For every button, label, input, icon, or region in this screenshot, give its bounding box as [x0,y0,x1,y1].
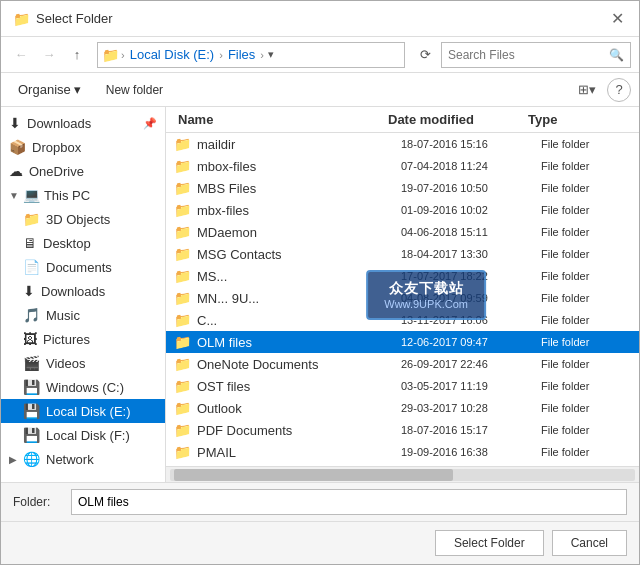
file-type: File folder [541,446,631,458]
folder-icon: 📁 [174,246,191,262]
file-name: MS... [197,269,401,284]
breadcrumb-dropdown-button[interactable]: ▾ [266,48,276,61]
organise-toolbar: Organise ▾ New folder ⊞ ▾ ? [1,73,639,107]
table-row[interactable]: 📁MSG Contacts18-04-2017 13:30File folder [166,243,639,265]
sidebar-item-3dobjects[interactable]: 📁 3D Objects [1,207,165,231]
cancel-button[interactable]: Cancel [552,530,627,556]
organise-button[interactable]: Organise ▾ [9,78,90,101]
table-row[interactable]: 📁PMAIL19-09-2016 16:38File folder [166,441,639,463]
file-pane: Name Date modified Type 📁maildir18-07-20… [166,107,639,482]
file-type: File folder [541,336,631,348]
folder-input[interactable] [71,489,627,515]
table-row[interactable]: 📁Outlook29-03-2017 10:28File folder [166,397,639,419]
sidebar-item-label: 3D Objects [46,212,110,227]
refresh-button[interactable]: ⟳ [413,43,437,67]
col-date-header[interactable]: Date modified [384,112,524,127]
folder-icon: 📁 [174,290,191,306]
folder-icon: 📁 [174,378,191,394]
expand-network-icon: ▶ [9,454,17,465]
back-button[interactable]: ← [9,43,33,67]
sidebar-item-label: Desktop [43,236,91,251]
h-scroll-thumb [174,469,453,481]
table-row[interactable]: 📁mbx-files01-09-2016 10:02File folder [166,199,639,221]
table-row[interactable]: 📁OneNote Documents26-09-2017 22:46File f… [166,353,639,375]
breadcrumb-locale[interactable]: Local Disk (E:) [127,47,218,62]
table-row[interactable]: 📁PDF Documents18-07-2016 15:17File folde… [166,419,639,441]
file-name: PMAIL [197,445,401,460]
view-button[interactable]: ⊞ ▾ [573,78,601,102]
folder-icon: 📁 [174,444,191,460]
sidebar-item-localf[interactable]: 💾 Local Disk (F:) [1,423,165,447]
forward-button[interactable]: → [37,43,61,67]
sidebar-item-label: Videos [46,356,86,371]
table-row[interactable]: 📁MDaemon04-06-2018 15:11File folder [166,221,639,243]
table-row[interactable]: 📁maildir18-07-2016 15:16File folder [166,133,639,155]
sidebar-item-label: Music [46,308,80,323]
file-date: 17-07-2017 18:22 [401,270,541,282]
search-input[interactable] [448,48,605,62]
sidebar-item-music[interactable]: 🎵 Music [1,303,165,327]
file-type: File folder [541,270,631,282]
new-folder-button[interactable]: New folder [98,80,171,100]
sidebar-item-desktop[interactable]: 🖥 Desktop [1,231,165,255]
file-date: 13-11-2017 16:06 [401,314,541,326]
sidebar-item-windowsc[interactable]: 💾 Windows (C:) [1,375,165,399]
locale-icon: 💾 [23,403,40,419]
file-name: MN... 9U... [197,291,401,306]
windowsc-icon: 💾 [23,379,40,395]
network-icon: 🌐 [23,451,40,467]
sidebar-item-label: Pictures [43,332,90,347]
folder-icon: 📁 [174,268,191,284]
select-folder-button[interactable]: Select Folder [435,530,544,556]
file-type: File folder [541,292,631,304]
breadcrumb-files[interactable]: Files [225,47,258,62]
file-date: 19-07-2016 10:50 [401,182,541,194]
folder-icon: 📁 [174,136,191,152]
sidebar-item-dropbox[interactable]: 📦 Dropbox [1,135,165,159]
close-button[interactable]: ✕ [607,9,627,29]
sidebar-item-label: Local Disk (F:) [46,428,130,443]
table-row[interactable]: 📁OST files03-05-2017 11:19File folder [166,375,639,397]
file-date: 18-04-2017 13:30 [401,248,541,260]
table-row[interactable]: 📁MS...17-07-2017 18:22File folder [166,265,639,287]
music-icon: 🎵 [23,307,40,323]
folder-icon: 📁 [174,202,191,218]
sidebar-item-downloads-quick[interactable]: ⬇ Downloads 📌 [1,111,165,135]
file-type: File folder [541,314,631,326]
sidebar-item-onedrive[interactable]: ☁ OneDrive [1,159,165,183]
col-type-header[interactable]: Type [524,112,614,127]
sidebar-item-label: This PC [44,188,90,203]
table-row[interactable]: 📁C...13-11-2017 16:06File folder [166,309,639,331]
sidebar-item-videos[interactable]: 🎬 Videos [1,351,165,375]
h-scrollbar[interactable] [170,469,635,481]
sidebar-item-locale[interactable]: 💾 Local Disk (E:) [1,399,165,423]
3dobjects-icon: 📁 [23,211,40,227]
file-date: 19-09-2016 16:38 [401,446,541,458]
file-name: C... [197,313,401,328]
sidebar-item-label: Downloads [27,116,91,131]
file-date: 01-09-2016 10:02 [401,204,541,216]
file-pane-wrapper: Name Date modified Type 📁maildir18-07-20… [166,107,639,482]
file-date: 12-06-2017 09:47 [401,336,541,348]
sidebar-item-downloads[interactable]: ⬇ Downloads [1,279,165,303]
sidebar-item-pictures[interactable]: 🖼 Pictures [1,327,165,351]
table-row[interactable]: 📁mbox-files07-04-2018 11:24File folder [166,155,639,177]
file-type: File folder [541,182,631,194]
table-row[interactable]: 📁OLM files12-06-2017 09:47File folder [166,331,639,353]
sidebar-item-network[interactable]: ▶ 🌐 Network [1,447,165,471]
table-row[interactable]: 📁MBS Files19-07-2016 10:50File folder [166,177,639,199]
downloads-icon: ⬇ [23,283,35,299]
table-row[interactable]: 📁MN... 9U...04-08-2017 09:59File folder [166,287,639,309]
onedrive-icon: ☁ [9,163,23,179]
sidebar-item-label: Dropbox [32,140,81,155]
sidebar-item-thispc[interactable]: ▼ 💻 This PC [1,183,165,207]
file-date: 18-07-2016 15:17 [401,424,541,436]
organise-arrow-icon: ▾ [74,82,81,97]
help-button[interactable]: ? [607,78,631,102]
file-type: File folder [541,160,631,172]
file-name: maildir [197,137,401,152]
sidebar-item-documents[interactable]: 📄 Documents [1,255,165,279]
folder-icon: 📁 [174,224,191,240]
col-name-header[interactable]: Name [174,112,384,127]
up-button[interactable]: ↑ [65,43,89,67]
